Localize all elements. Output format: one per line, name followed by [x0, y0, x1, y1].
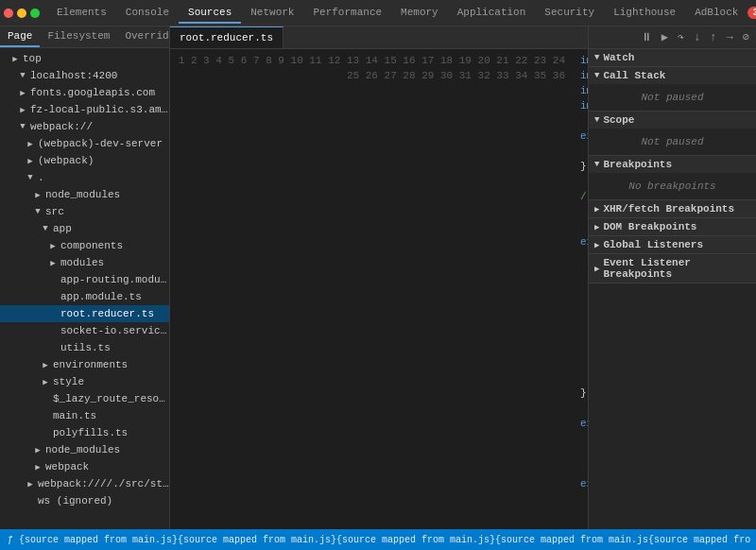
tree-item[interactable]: main.ts [0, 407, 169, 424]
tree-item[interactable]: ▼localhost:4200 [0, 67, 169, 84]
tree-item[interactable]: utils.ts [0, 339, 169, 356]
panel-section-header[interactable]: ▼Scope [589, 112, 756, 129]
tree-label: modules [60, 257, 169, 268]
code-container[interactable]: 1 2 3 4 5 6 7 8 9 10 11 12 13 14 15 16 1… [170, 49, 588, 529]
tree-item[interactable]: ws (ignored) [0, 492, 169, 509]
right-sections: ▼Watch▼Call StackNot paused▼ScopeNot pau… [589, 49, 756, 284]
tree-item[interactable]: polyfills.ts [0, 424, 169, 441]
editor-tab-active[interactable]: root.reducer.ts [170, 26, 284, 48]
tree-item[interactable]: ▶node_modules [0, 441, 169, 458]
panel-section-header[interactable]: ▶Event Listener Breakpoints [589, 254, 756, 283]
tree-label: $_lazy_route_resource lazy nam [53, 393, 169, 404]
tab-elements[interactable]: Elements [47, 3, 116, 24]
step-over-button[interactable]: ↷ [675, 29, 687, 45]
code-content: import { InjectionToken } from '@angular… [573, 49, 588, 529]
tree-arrow-icon: ▶ [15, 88, 30, 98]
tree-item[interactable]: ▶top [0, 50, 169, 67]
tree-arrow-icon: ▼ [23, 173, 38, 182]
tree-item[interactable]: ▶modules [0, 254, 169, 271]
tab-sources[interactable]: Sources [179, 3, 241, 24]
top-bar: ElementsConsoleSourcesNetworkPerformance… [0, 0, 756, 26]
panel-section-header[interactable]: ▼Call Stack [589, 67, 756, 84]
tree-item[interactable]: ▼. [0, 169, 169, 186]
tree-arrow-icon: ▶ [38, 360, 53, 370]
tree-label: . [38, 172, 169, 183]
panel-section-label: Event Listener Breakpoints [603, 257, 750, 280]
tree-label: fonts.googleapis.com [30, 87, 169, 98]
panel-section-content: Not paused [589, 84, 756, 111]
panel-section-label: Scope [603, 114, 634, 126]
tab-application[interactable]: Application [448, 3, 536, 24]
tree-item[interactable]: ▼src [0, 203, 169, 220]
sidebar-tab-page[interactable]: Page [0, 26, 40, 47]
tree-item[interactable]: app-routing.module.ts [0, 271, 169, 288]
tree-label: fz-local-public.s3.amazonaws.com [30, 104, 169, 115]
panel-section-header[interactable]: ▶DOM Breakpoints [589, 218, 756, 235]
maximize-button[interactable] [30, 9, 40, 18]
sidebar-tab-overrides[interactable]: Overrides [117, 26, 170, 47]
tree-label: top [23, 53, 169, 64]
tree-label: style [53, 376, 169, 387]
panel-section-header[interactable]: ▶Global Listeners [589, 236, 756, 253]
panel-expand-icon: ▼ [594, 160, 599, 169]
tree-item[interactable]: ▶webpack [0, 458, 169, 475]
panel-section-header[interactable]: ▼Watch [589, 49, 756, 66]
tab-security[interactable]: Security [535, 3, 604, 24]
tab-adblock[interactable]: AdBlock [685, 3, 747, 24]
tree-arrow-icon: ▶ [23, 156, 38, 166]
tree-item[interactable]: $_lazy_route_resource lazy nam [0, 390, 169, 407]
tree-label: polyfills.ts [53, 427, 169, 438]
panel-section-content: No breakpoints [589, 173, 756, 199]
panel-expand-icon: ▶ [594, 222, 599, 232]
panel-section-scope: ▼ScopeNot paused [589, 112, 756, 156]
debugger-toolbar: ⏸ ▶ ↷ ↓ ↑ → ⊘ [589, 26, 756, 49]
minimize-button[interactable] [17, 9, 26, 18]
step-into-button[interactable]: ↓ [691, 30, 703, 45]
tree-item[interactable]: ▶fz-local-public.s3.amazonaws.com [0, 101, 169, 118]
tab-performance[interactable]: Performance [303, 3, 391, 24]
file-tree: ▶top▼localhost:4200▶fonts.googleapis.com… [0, 48, 169, 511]
tree-label: (webpack)-dev-server [38, 138, 169, 149]
window-controls [4, 9, 40, 18]
deactivate-button[interactable]: ⊘ [740, 29, 752, 45]
tab-console[interactable]: Console [116, 3, 179, 24]
tree-item[interactable]: ▶environments [0, 356, 169, 373]
tree-label: root.reducer.ts [60, 308, 169, 319]
panel-expand-icon: ▶ [594, 240, 599, 250]
step-button[interactable]: → [724, 30, 736, 45]
tree-label: components [60, 240, 169, 251]
tree-item[interactable]: ▼app [0, 220, 169, 237]
step-out-button[interactable]: ↑ [707, 30, 719, 45]
tab-lighthouse[interactable]: Lighthouse [604, 3, 685, 24]
tree-item[interactable]: app.module.ts [0, 288, 169, 305]
tree-item[interactable]: ▶style [0, 373, 169, 390]
tree-arrow-icon: ▼ [38, 224, 53, 233]
tree-item[interactable]: root.reducer.ts [0, 305, 169, 322]
tree-label: app.module.ts [60, 291, 169, 302]
tree-item[interactable]: ▶fonts.googleapis.com [0, 84, 169, 101]
tree-arrow-icon: ▶ [30, 190, 45, 200]
tree-arrow-icon: ▶ [30, 462, 45, 473]
tree-item[interactable]: ▶node_modules [0, 186, 169, 203]
tree-item[interactable]: ▶webpack:////./src/style [0, 475, 169, 492]
status-text: ƒ {source mapped from main.js}{source ma… [8, 535, 750, 545]
tab-memory[interactable]: Memory [391, 3, 448, 24]
tree-arrow-icon: ▼ [15, 122, 30, 131]
tab-network[interactable]: Network [241, 3, 303, 24]
tree-item[interactable]: ▶components [0, 237, 169, 254]
tree-item[interactable]: ▶(webpack) [0, 152, 169, 169]
tree-label: webpack:// [30, 121, 169, 132]
pause-button[interactable]: ⏸ [638, 29, 655, 45]
tree-item[interactable]: ▶(webpack)-dev-server [0, 135, 169, 152]
panel-section-header[interactable]: ▼Breakpoints [589, 156, 756, 173]
tree-arrow-icon: ▶ [45, 241, 60, 251]
close-button[interactable] [4, 9, 13, 18]
resume-button[interactable]: ▶ [659, 29, 671, 45]
tree-label: webpack:////./src/style [38, 478, 169, 490]
tree-item[interactable]: ▼webpack:// [0, 118, 169, 135]
tree-item[interactable]: socket-io.service.ts [0, 322, 169, 339]
panel-section-header[interactable]: ▶XHR/fetch Breakpoints [589, 200, 756, 217]
sidebar-tab-filesystem[interactable]: Filesystem [40, 26, 117, 47]
status-bar: ƒ {source mapped from main.js}{source ma… [0, 529, 756, 550]
tree-label: webpack [45, 461, 169, 473]
